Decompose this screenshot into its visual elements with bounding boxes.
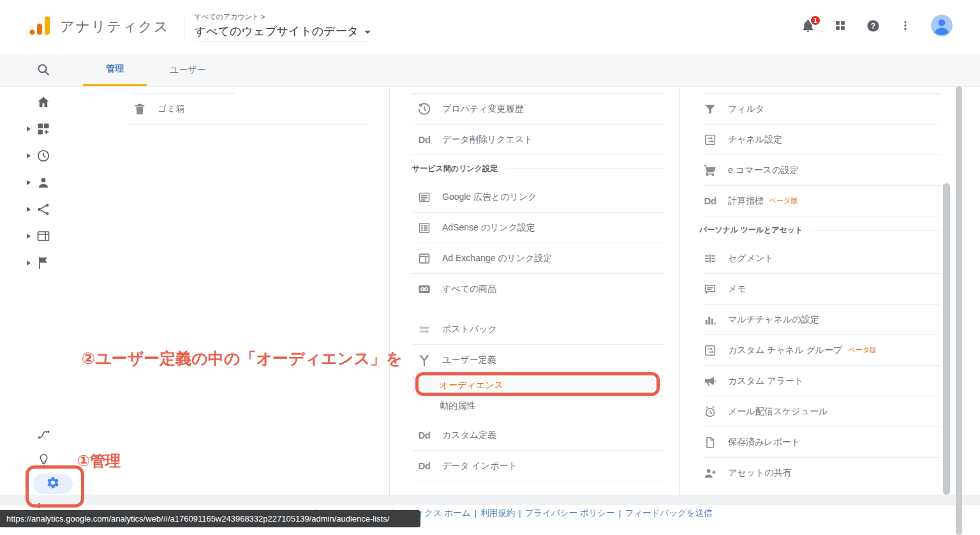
- sidebar-item-acquisition[interactable]: [0, 202, 83, 217]
- sidebar-item-admin[interactable]: [33, 474, 73, 494]
- tab-user[interactable]: ユーザー: [147, 54, 229, 86]
- ybranch-icon: [417, 352, 432, 368]
- menu-item-all-products[interactable]: すべての商品: [390, 274, 679, 304]
- google-apps-button[interactable]: [833, 19, 848, 34]
- menu-item-property-change-history[interactable]: プロパティ変更履歴: [390, 94, 679, 124]
- menu-item-label: データ削除リクエスト: [442, 134, 533, 146]
- menu-item-adsense-linking[interactable]: AdSense のリンク設定: [390, 213, 679, 243]
- menu-item-saved-reports[interactable]: 保存済みレポート: [680, 427, 956, 457]
- menu-item-label: カスタム アラート: [728, 375, 803, 387]
- alarm-icon: [702, 404, 718, 419]
- admin-content: ゴミ箱 プロパティ変更履歴Ddデータ削除リクエストサービス間のリンク設定Goog…: [0, 86, 980, 495]
- menu-item-data-deletion-requests[interactable]: Ddデータ削除リクエスト: [390, 124, 679, 154]
- help-button[interactable]: ?: [865, 19, 880, 34]
- header-divider: [184, 14, 184, 40]
- annotation-step1: ①管理: [77, 451, 121, 471]
- account-avatar[interactable]: [930, 15, 953, 38]
- behavior-window-icon: [36, 229, 51, 244]
- megaphone-icon: [702, 373, 718, 389]
- menu-item-scheduled-emails[interactable]: メール配信スケジュール: [680, 396, 956, 426]
- report-sidebar: [0, 86, 83, 495]
- more-menu-button[interactable]: [898, 19, 913, 34]
- menu-item-postbacks[interactable]: ポストバック: [390, 314, 679, 344]
- menu-item-custom-definitions[interactable]: Ddカスタム定義: [390, 420, 679, 450]
- analytics-logo[interactable]: アナリティクス: [29, 16, 170, 38]
- trash-icon: [132, 102, 147, 117]
- discover-bulb-icon: [36, 451, 51, 466]
- footer-link[interactable]: フィードバックを送信: [625, 508, 712, 518]
- realtime-clock-icon: [36, 148, 51, 163]
- menu-item-filters[interactable]: フィルタ: [680, 94, 956, 124]
- footer-separator: |: [619, 508, 621, 518]
- analytics-logo-icon: [29, 16, 51, 38]
- sidebar-item-attribution[interactable]: [0, 426, 83, 442]
- spacer: [390, 415, 679, 420]
- menu-item-ad-exchange-linking[interactable]: Ad Exchange のリンク設定: [390, 243, 679, 273]
- section-title: パーソナル ツールとアセット: [699, 225, 803, 236]
- menu-item-label: e コマースの設定: [728, 165, 799, 176]
- sidebar-item-conversions[interactable]: [0, 255, 83, 271]
- menu-item-data-import[interactable]: Ddデータ インポート: [390, 451, 679, 481]
- sidebar-item-home[interactable]: [0, 94, 83, 110]
- dd-icon: Dd: [417, 134, 432, 145]
- notification-badge: 1: [810, 15, 821, 26]
- content-scrollbar-thumb[interactable]: [943, 183, 950, 495]
- personadd-icon: [702, 465, 718, 481]
- menu-item-label: メール配信スケジュール: [728, 406, 828, 418]
- notifications-button[interactable]: 1: [800, 19, 815, 34]
- menu-item-label: Google 広告とのリンク: [442, 192, 537, 203]
- search-icon: [36, 68, 51, 79]
- segments-icon: [702, 251, 718, 266]
- menu-item-audiences[interactable]: オーディエンス: [412, 375, 664, 397]
- account-property-selector[interactable]: すべてのアカウント > すべてのウェブサイトのデータ: [195, 12, 371, 41]
- search-button[interactable]: [36, 62, 51, 80]
- menu-item-user-definitions[interactable]: ユーザー定義: [390, 345, 679, 375]
- footer-link[interactable]: 利用規約: [480, 508, 515, 518]
- app-name: アナリティクス: [60, 17, 170, 36]
- sidebar-item-discover[interactable]: [0, 451, 83, 466]
- sidebar-item-behavior[interactable]: [0, 229, 83, 244]
- acquisition-share-icon: [36, 202, 51, 217]
- expand-arrow-icon[interactable]: [27, 234, 31, 239]
- doc-icon: [702, 435, 718, 450]
- menu-item-channel-settings[interactable]: チャネル設定: [680, 124, 956, 154]
- sidebar-item-customization[interactable]: [0, 121, 83, 137]
- expand-arrow-icon[interactable]: [27, 180, 31, 185]
- menu-item-ecommerce-settings[interactable]: e コマースの設定: [680, 155, 956, 185]
- expand-arrow-icon[interactable]: [27, 153, 31, 158]
- menu-item-label: 動的属性: [440, 400, 475, 412]
- window-scrollbar[interactable]: [956, 86, 962, 535]
- menu-item-custom-alerts[interactable]: カスタム アラート: [680, 366, 956, 396]
- menu-item-dynamic-attributes[interactable]: 動的属性: [412, 397, 664, 415]
- filter-icon: [702, 102, 718, 117]
- section-rule: [812, 230, 940, 230]
- gear-icon: [46, 476, 60, 492]
- menu-item-label: チャネル設定: [728, 134, 782, 146]
- menu-item-label: ユーザー定義: [442, 354, 496, 366]
- menu-item-calculated-metrics[interactable]: Dd計算指標ベータ版: [680, 186, 956, 216]
- sidebar-item-audience[interactable]: [0, 175, 83, 190]
- dd-icon: Dd: [417, 430, 432, 441]
- admin-column-tools: フィルタチャネル設定e コマースの設定Dd計算指標ベータ版パーソナル ツールとア…: [679, 86, 956, 495]
- expand-arrow-icon[interactable]: [27, 126, 31, 132]
- menu-item-segments[interactable]: セグメント: [680, 243, 956, 273]
- spacer: [390, 304, 679, 314]
- menu-item-label: セグメント: [728, 253, 774, 264]
- menu-item-google-ads-linking[interactable]: Google 広告とのリンク: [390, 182, 679, 212]
- channel-icon: [702, 132, 718, 147]
- tab-admin[interactable]: 管理: [83, 54, 147, 86]
- audience-person-icon: [36, 175, 51, 190]
- sidebar-item-realtime[interactable]: [0, 148, 83, 163]
- history-icon: [417, 102, 432, 117]
- menu-item-custom-channel-grouping[interactable]: カスタム チャネル グループベータ版: [680, 335, 956, 365]
- menu-item-label: カスタム定義: [442, 430, 496, 441]
- menu-item-notes[interactable]: メモ: [680, 274, 956, 304]
- menu-item-trash-can[interactable]: ゴミ箱: [83, 94, 389, 124]
- expand-arrow-icon[interactable]: [27, 260, 31, 266]
- menu-item-share-assets[interactable]: アセットの共有: [680, 458, 956, 488]
- dd-icon: Dd: [702, 195, 718, 206]
- menu-item-multi-channel-settings[interactable]: マルチチャネルの設定: [680, 305, 956, 335]
- cart-icon: [702, 163, 718, 178]
- footer-link[interactable]: プライバシー ポリシー: [525, 508, 615, 518]
- expand-arrow-icon[interactable]: [27, 207, 31, 212]
